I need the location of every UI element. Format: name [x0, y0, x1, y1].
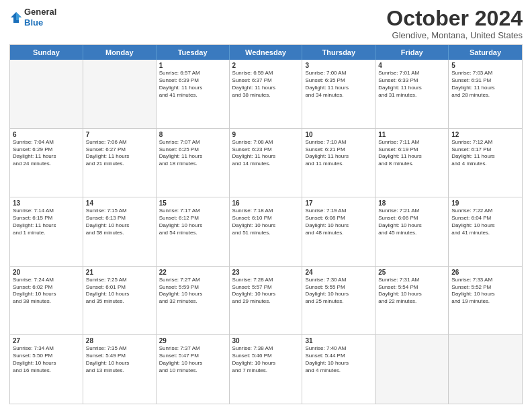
day-number: 21: [86, 269, 153, 276]
calendar-cell-2-0: 13Sunrise: 7:14 AMSunset: 6:15 PMDayligh…: [10, 197, 83, 266]
cell-line: Sunset: 5:52 PM: [451, 284, 519, 291]
calendar-cell-1-4: 10Sunrise: 7:10 AMSunset: 6:21 PMDayligh…: [302, 129, 375, 197]
cell-line: Sunset: 6:06 PM: [378, 215, 445, 222]
cell-line: Daylight: 11 hours: [451, 153, 519, 161]
calendar-row-2: 13Sunrise: 7:14 AMSunset: 6:15 PMDayligh…: [10, 197, 522, 266]
cell-line: and 41 minutes.: [159, 92, 226, 99]
day-number: 20: [13, 269, 80, 276]
cell-line: Daylight: 10 hours: [378, 222, 445, 230]
cell-line: Daylight: 10 hours: [159, 291, 226, 298]
cell-line: Sunset: 5:55 PM: [305, 284, 372, 291]
cell-line: and 1 minute.: [13, 230, 80, 237]
cell-line: Daylight: 11 hours: [232, 85, 300, 92]
cell-line: and 34 minutes.: [305, 92, 372, 99]
calendar-cell-3-3: 23Sunrise: 7:28 AMSunset: 5:57 PMDayligh…: [230, 267, 303, 335]
day-number: 19: [451, 199, 519, 207]
cell-line: Sunrise: 7:18 AM: [232, 208, 300, 215]
cell-line: Daylight: 10 hours: [159, 222, 226, 230]
cell-line: Daylight: 10 hours: [305, 291, 372, 298]
cell-line: and 19 minutes.: [451, 298, 519, 306]
cell-line: Daylight: 11 hours: [378, 85, 445, 92]
day-number: 18: [378, 199, 445, 207]
cell-line: Sunset: 6:04 PM: [451, 215, 519, 222]
day-number: 25: [378, 269, 445, 276]
cell-line: Daylight: 10 hours: [232, 360, 300, 367]
day-number: 10: [305, 131, 372, 138]
cell-line: Sunset: 6:33 PM: [378, 77, 445, 85]
cell-line: Sunrise: 7:06 AM: [86, 139, 153, 146]
calendar-cell-3-4: 24Sunrise: 7:30 AMSunset: 5:55 PMDayligh…: [302, 267, 375, 335]
cell-line: Daylight: 10 hours: [86, 222, 153, 230]
day-number: 30: [232, 337, 300, 345]
day-number: 17: [305, 199, 372, 207]
cell-line: Sunset: 6:29 PM: [13, 146, 80, 154]
cell-line: Sunset: 6:23 PM: [232, 146, 300, 154]
cell-line: Sunset: 5:59 PM: [159, 284, 226, 291]
cell-line: and 41 minutes.: [451, 230, 519, 237]
cell-line: and 22 minutes.: [378, 298, 445, 306]
cell-line: Daylight: 11 hours: [159, 85, 226, 92]
calendar-cell-2-4: 17Sunrise: 7:19 AMSunset: 6:08 PMDayligh…: [302, 197, 375, 266]
calendar-cell-2-2: 15Sunrise: 7:17 AMSunset: 6:12 PMDayligh…: [157, 197, 230, 266]
day-number: 29: [159, 337, 226, 345]
cell-line: Sunrise: 7:21 AM: [378, 208, 445, 215]
cell-line: Sunrise: 7:00 AM: [305, 70, 372, 77]
calendar-cell-0-4: 3Sunrise: 7:00 AMSunset: 6:35 PMDaylight…: [302, 60, 375, 128]
cell-line: Sunrise: 6:59 AM: [232, 70, 300, 77]
cell-line: Daylight: 10 hours: [13, 360, 80, 367]
cell-line: Sunrise: 7:11 AM: [378, 139, 445, 146]
day-number: 1: [159, 62, 226, 69]
calendar-cell-0-5: 4Sunrise: 7:01 AMSunset: 6:33 PMDaylight…: [375, 60, 449, 128]
cell-line: Sunrise: 7:31 AM: [378, 277, 445, 284]
cell-line: and 35 minutes.: [86, 298, 153, 306]
day-number: 5: [451, 62, 519, 69]
cell-line: Sunset: 6:37 PM: [232, 77, 300, 85]
calendar-cell-4-2: 29Sunrise: 7:37 AMSunset: 5:47 PMDayligh…: [157, 335, 230, 404]
calendar-cell-0-0: [10, 60, 83, 128]
cell-line: Daylight: 10 hours: [159, 360, 226, 367]
cell-line: Daylight: 10 hours: [451, 222, 519, 230]
calendar-cell-3-6: 26Sunrise: 7:33 AMSunset: 5:52 PMDayligh…: [449, 267, 522, 335]
cell-line: Daylight: 10 hours: [232, 291, 300, 298]
cell-line: Sunrise: 7:03 AM: [451, 70, 519, 77]
day-number: 9: [232, 131, 300, 138]
cell-line: Sunset: 6:02 PM: [13, 284, 80, 291]
cell-line: Sunrise: 7:30 AM: [305, 277, 372, 284]
cell-line: Sunrise: 7:07 AM: [159, 139, 226, 146]
cell-line: and 18 minutes.: [159, 161, 226, 168]
cell-line: Sunset: 5:50 PM: [13, 353, 80, 360]
cell-line: Sunset: 6:15 PM: [13, 215, 80, 222]
cell-line: and 28 minutes.: [451, 92, 519, 99]
cell-line: Sunrise: 7:33 AM: [451, 277, 519, 284]
cell-line: and 13 minutes.: [86, 367, 153, 375]
calendar-cell-4-5: [375, 335, 449, 404]
cell-line: and 21 minutes.: [86, 161, 153, 168]
header-day-tuesday: Tuesday: [157, 45, 230, 60]
cell-line: and 14 minutes.: [232, 161, 300, 168]
calendar-cell-2-1: 14Sunrise: 7:15 AMSunset: 6:13 PMDayligh…: [83, 197, 157, 266]
cell-line: Sunset: 6:35 PM: [305, 77, 372, 85]
cell-line: and 7 minutes.: [232, 367, 300, 375]
calendar-cell-1-2: 8Sunrise: 7:07 AMSunset: 6:25 PMDaylight…: [157, 129, 230, 197]
cell-line: and 38 minutes.: [232, 92, 300, 99]
cell-line: Sunset: 6:12 PM: [159, 215, 226, 222]
calendar-cell-4-4: 31Sunrise: 7:40 AMSunset: 5:44 PMDayligh…: [302, 335, 375, 404]
cell-line: Sunrise: 7:38 AM: [232, 345, 300, 353]
cell-line: and 10 minutes.: [159, 367, 226, 375]
cell-line: Daylight: 11 hours: [378, 153, 445, 161]
cell-line: Daylight: 10 hours: [378, 291, 445, 298]
cell-line: Daylight: 10 hours: [232, 222, 300, 230]
day-number: 31: [305, 337, 372, 345]
header-day-thursday: Thursday: [302, 45, 375, 60]
cell-line: Sunrise: 7:28 AM: [232, 277, 300, 284]
logo: General Blue: [9, 7, 56, 28]
calendar-cell-0-2: 1Sunrise: 6:57 AMSunset: 6:39 PMDaylight…: [157, 60, 230, 128]
cell-line: Daylight: 11 hours: [13, 222, 80, 230]
calendar-row-0: 1Sunrise: 6:57 AMSunset: 6:39 PMDaylight…: [10, 60, 522, 128]
cell-line: and 25 minutes.: [305, 298, 372, 306]
cell-line: Daylight: 10 hours: [13, 291, 80, 298]
day-number: 7: [86, 131, 153, 138]
cell-line: Sunset: 5:57 PM: [232, 284, 300, 291]
cell-line: Sunrise: 7:27 AM: [159, 277, 226, 284]
header-day-monday: Monday: [83, 45, 157, 60]
